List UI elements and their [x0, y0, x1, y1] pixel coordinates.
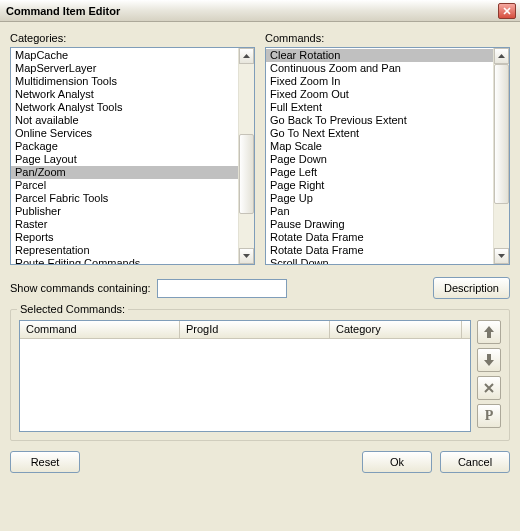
window-title: Command Item Editor	[6, 5, 120, 17]
filter-label: Show commands containing:	[10, 282, 151, 294]
ok-button[interactable]: Ok	[362, 451, 432, 473]
scroll-thumb[interactable]	[494, 64, 509, 204]
dialog-content: Categories: MapCacheMapServerLayerMultid…	[0, 22, 520, 481]
list-item[interactable]: Go To Next Extent	[266, 127, 493, 140]
list-item[interactable]: Full Extent	[266, 101, 493, 114]
list-item[interactable]: Multidimension Tools	[11, 75, 238, 88]
list-item[interactable]: Network Analyst	[11, 88, 238, 101]
commands-label: Commands:	[265, 32, 510, 44]
list-item[interactable]: MapServerLayer	[11, 62, 238, 75]
column-command[interactable]: Command	[20, 321, 180, 338]
list-item[interactable]: Page Layout	[11, 153, 238, 166]
list-item[interactable]: Pan/Zoom	[11, 166, 238, 179]
properties-button[interactable]: P	[477, 404, 501, 428]
list-item[interactable]: Parcel Fabric Tools	[11, 192, 238, 205]
move-down-button[interactable]	[477, 348, 501, 372]
properties-icon: P	[485, 408, 494, 424]
list-item[interactable]: Page Up	[266, 192, 493, 205]
table-header: Command ProgId Category	[20, 321, 470, 339]
list-item[interactable]: Not available	[11, 114, 238, 127]
list-item[interactable]: Parcel	[11, 179, 238, 192]
list-item[interactable]: Pause Drawing	[266, 218, 493, 231]
commands-listbox[interactable]: Clear RotationContinuous Zoom and PanFix…	[265, 47, 510, 265]
delete-button[interactable]	[477, 376, 501, 400]
selected-commands-label: Selected Commands:	[17, 303, 128, 315]
list-item[interactable]: Fixed Zoom Out	[266, 88, 493, 101]
move-up-button[interactable]	[477, 320, 501, 344]
categories-listbox[interactable]: MapCacheMapServerLayerMultidimension Too…	[10, 47, 255, 265]
list-item[interactable]: Go Back To Previous Extent	[266, 114, 493, 127]
close-icon[interactable]	[498, 3, 516, 19]
scroll-up-icon[interactable]	[494, 48, 509, 64]
scroll-down-icon[interactable]	[239, 248, 254, 264]
filter-input[interactable]	[157, 279, 287, 298]
column-progid[interactable]: ProgId	[180, 321, 330, 338]
selected-commands-group: Selected Commands: Command ProgId Catego…	[10, 309, 510, 441]
list-item[interactable]: Page Down	[266, 153, 493, 166]
table-body[interactable]	[20, 339, 470, 431]
reset-button[interactable]: Reset	[10, 451, 80, 473]
list-item[interactable]: Route Editing Commands	[11, 257, 238, 264]
categories-scrollbar[interactable]	[238, 48, 254, 264]
cancel-button[interactable]: Cancel	[440, 451, 510, 473]
list-item[interactable]: Page Right	[266, 179, 493, 192]
list-item[interactable]: Online Services	[11, 127, 238, 140]
categories-label: Categories:	[10, 32, 255, 44]
scroll-up-icon[interactable]	[239, 48, 254, 64]
list-item[interactable]: Page Left	[266, 166, 493, 179]
list-item[interactable]: Pan	[266, 205, 493, 218]
list-item[interactable]: Representation	[11, 244, 238, 257]
commands-scrollbar[interactable]	[493, 48, 509, 264]
list-item[interactable]: Raster	[11, 218, 238, 231]
list-item[interactable]: Rotate Data Frame	[266, 231, 493, 244]
column-category[interactable]: Category	[330, 321, 462, 338]
description-button[interactable]: Description	[433, 277, 510, 299]
selected-commands-table[interactable]: Command ProgId Category	[19, 320, 471, 432]
list-item[interactable]: Map Scale	[266, 140, 493, 153]
list-item[interactable]: Rotate Data Frame	[266, 244, 493, 257]
list-item[interactable]: Reports	[11, 231, 238, 244]
list-item[interactable]: Package	[11, 140, 238, 153]
titlebar: Command Item Editor	[0, 0, 520, 22]
list-item[interactable]: Clear Rotation	[266, 49, 493, 62]
list-item[interactable]: MapCache	[11, 49, 238, 62]
list-item[interactable]: Scroll Down	[266, 257, 493, 264]
scroll-thumb[interactable]	[239, 134, 254, 214]
list-item[interactable]: Continuous Zoom and Pan	[266, 62, 493, 75]
scroll-down-icon[interactable]	[494, 248, 509, 264]
list-item[interactable]: Publisher	[11, 205, 238, 218]
list-item[interactable]: Network Analyst Tools	[11, 101, 238, 114]
list-item[interactable]: Fixed Zoom In	[266, 75, 493, 88]
